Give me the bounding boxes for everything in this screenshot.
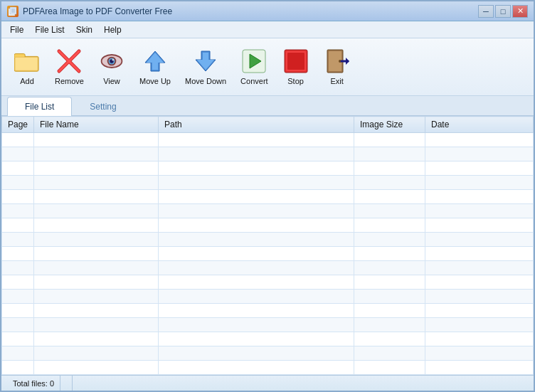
maximize-button[interactable]: □ bbox=[495, 5, 511, 18]
table-row bbox=[2, 218, 534, 233]
remove-label: Remove bbox=[55, 77, 84, 85]
move-down-button[interactable]: Move Down bbox=[179, 41, 233, 92]
tabs-container: File List Setting bbox=[1, 96, 534, 116]
convert-icon bbox=[241, 48, 267, 74]
table-row bbox=[2, 290, 534, 304]
col-header-page: Page bbox=[2, 117, 34, 133]
status-bar: Total files: 0 bbox=[1, 375, 534, 391]
menu-file[interactable]: File bbox=[4, 23, 29, 36]
svg-rect-7 bbox=[15, 57, 38, 70]
stop-button[interactable]: Stop bbox=[276, 41, 316, 92]
status-segment-2 bbox=[60, 376, 73, 391]
svg-point-17 bbox=[112, 59, 114, 61]
tab-setting[interactable]: Setting bbox=[72, 97, 134, 116]
menu-help[interactable]: Help bbox=[98, 23, 127, 36]
view-icon bbox=[99, 48, 125, 74]
toolbar: Add Remove bbox=[1, 38, 534, 96]
table-row bbox=[2, 204, 534, 218]
exit-icon bbox=[324, 48, 350, 74]
folder-icon bbox=[14, 48, 40, 74]
table-row bbox=[2, 318, 534, 332]
table-row bbox=[2, 176, 534, 190]
svg-marker-31 bbox=[346, 58, 349, 65]
stop-icon bbox=[283, 48, 309, 74]
col-header-date: Date bbox=[425, 117, 534, 133]
table-row bbox=[2, 346, 534, 361]
title-bar: PDFArea Image to PDF Converter Free ─ □ … bbox=[1, 1, 534, 21]
move-up-icon bbox=[142, 48, 168, 74]
table-row bbox=[2, 261, 534, 275]
view-label: View bbox=[103, 77, 120, 85]
remove-icon bbox=[56, 48, 82, 74]
app-icon bbox=[7, 6, 18, 17]
table-row bbox=[2, 361, 534, 375]
table-row bbox=[2, 332, 534, 346]
table-row bbox=[2, 190, 534, 204]
table-row bbox=[2, 275, 534, 290]
move-down-label: Move Down bbox=[185, 77, 226, 85]
file-table-container: Page File Name Path Image Size Date bbox=[1, 116, 534, 375]
remove-button[interactable]: Remove bbox=[48, 41, 90, 92]
main-window: PDFArea Image to PDF Converter Free ─ □ … bbox=[0, 0, 535, 392]
table-row bbox=[2, 147, 534, 161]
convert-label: Convert bbox=[240, 77, 268, 85]
move-up-label: Move Up bbox=[139, 77, 171, 85]
file-table: Page File Name Path Image Size Date bbox=[1, 116, 534, 375]
move-up-button[interactable]: Move Up bbox=[133, 41, 177, 92]
move-down-icon bbox=[193, 48, 218, 74]
convert-button[interactable]: Convert bbox=[234, 41, 275, 92]
view-button[interactable]: View bbox=[92, 41, 132, 92]
table-row bbox=[2, 133, 534, 147]
close-button[interactable]: ✕ bbox=[512, 5, 528, 18]
svg-rect-26 bbox=[287, 53, 304, 70]
tab-file-list[interactable]: File List bbox=[7, 97, 72, 116]
stop-label: Stop bbox=[287, 77, 304, 85]
table-row bbox=[2, 304, 534, 318]
menu-filelist[interactable]: File List bbox=[29, 23, 70, 36]
add-button[interactable]: Add bbox=[7, 41, 47, 92]
status-total-files: Total files: 0 bbox=[7, 376, 60, 391]
status-segment-3 bbox=[73, 376, 528, 391]
table-row bbox=[2, 247, 534, 261]
table-row bbox=[2, 161, 534, 176]
col-header-imagesize: Image Size bbox=[354, 117, 425, 133]
svg-marker-21 bbox=[197, 53, 214, 70]
add-label: Add bbox=[20, 77, 34, 85]
window-title: PDFArea Image to PDF Converter Free bbox=[23, 6, 172, 16]
svg-marker-19 bbox=[147, 53, 164, 70]
exit-label: Exit bbox=[330, 77, 343, 85]
exit-button[interactable]: Exit bbox=[317, 41, 357, 92]
col-header-path: Path bbox=[159, 117, 354, 133]
menu-skin[interactable]: Skin bbox=[70, 23, 98, 36]
menu-bar: File File List Skin Help bbox=[1, 21, 534, 38]
table-row bbox=[2, 233, 534, 247]
col-header-filename: File Name bbox=[34, 117, 159, 133]
minimize-button[interactable]: ─ bbox=[478, 5, 494, 18]
